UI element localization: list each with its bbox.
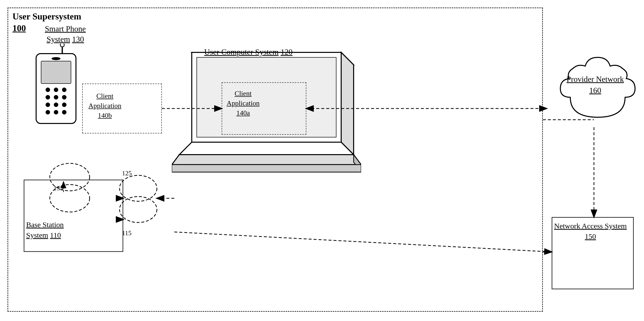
- svg-point-7: [62, 88, 66, 92]
- provider-network-text: Provider Network: [566, 75, 624, 84]
- network-access-number: 150: [585, 232, 596, 240]
- client-app-b-label: Client Application 140b: [88, 91, 121, 120]
- diagram-container: User Supersystem 100 Smart Phone System …: [0, 0, 644, 321]
- svg-point-16: [62, 110, 66, 114]
- user-supersystem-text: User Supersystem: [12, 12, 81, 22]
- client-app-a-number: 140a: [236, 109, 250, 117]
- svg-point-4: [52, 57, 60, 60]
- svg-marker-21: [172, 155, 361, 165]
- client-app-a-label: Client Application 140a: [226, 89, 260, 118]
- svg-point-5: [46, 88, 50, 92]
- base-station-text1: Base Station: [26, 221, 64, 229]
- label-135: 135: [54, 185, 63, 192]
- client-app-a-text2: Application: [226, 99, 260, 107]
- svg-point-6: [54, 88, 58, 92]
- svg-point-1: [60, 44, 64, 47]
- svg-point-15: [54, 110, 58, 114]
- provider-network-number: 160: [589, 86, 601, 95]
- client-app-b-text2: Application: [88, 102, 121, 109]
- client-app-b-number: 140b: [98, 111, 112, 119]
- provider-network-label: Provider Network 160: [566, 74, 624, 96]
- smartphone-number: 130: [72, 35, 84, 44]
- svg-rect-3: [41, 61, 71, 84]
- label-125: 125: [122, 170, 132, 177]
- svg-marker-22: [179, 142, 354, 155]
- svg-point-14: [46, 110, 50, 114]
- client-app-b-text1: Client: [96, 92, 113, 100]
- base-station-label: Base Station System 110: [26, 220, 64, 240]
- smartphone-text2: System: [46, 35, 70, 44]
- svg-point-13: [62, 102, 66, 107]
- client-app-a-text1: Client: [234, 90, 252, 97]
- user-computer-text: User Computer System: [204, 47, 279, 56]
- network-access-label: Network Access System 150: [554, 221, 627, 242]
- smartphone-text1: Smart Phone: [45, 24, 86, 33]
- label-115: 115: [122, 229, 132, 237]
- base-station-box: [24, 180, 123, 252]
- base-station-text2: System: [26, 231, 48, 239]
- user-computer-label: User Computer System 120: [204, 47, 292, 57]
- smartphone-icon: [24, 44, 81, 143]
- network-access-text: Network Access System: [554, 222, 627, 230]
- svg-point-12: [54, 102, 58, 107]
- smartphone-label: Smart Phone System 130: [45, 24, 86, 44]
- svg-marker-24: [172, 165, 361, 172]
- base-station-number: 110: [50, 231, 61, 239]
- svg-point-8: [46, 95, 50, 99]
- svg-point-10: [62, 95, 66, 99]
- user-computer-number: 120: [281, 47, 292, 56]
- svg-point-9: [54, 95, 58, 99]
- svg-marker-18: [341, 52, 354, 155]
- svg-point-11: [46, 102, 50, 107]
